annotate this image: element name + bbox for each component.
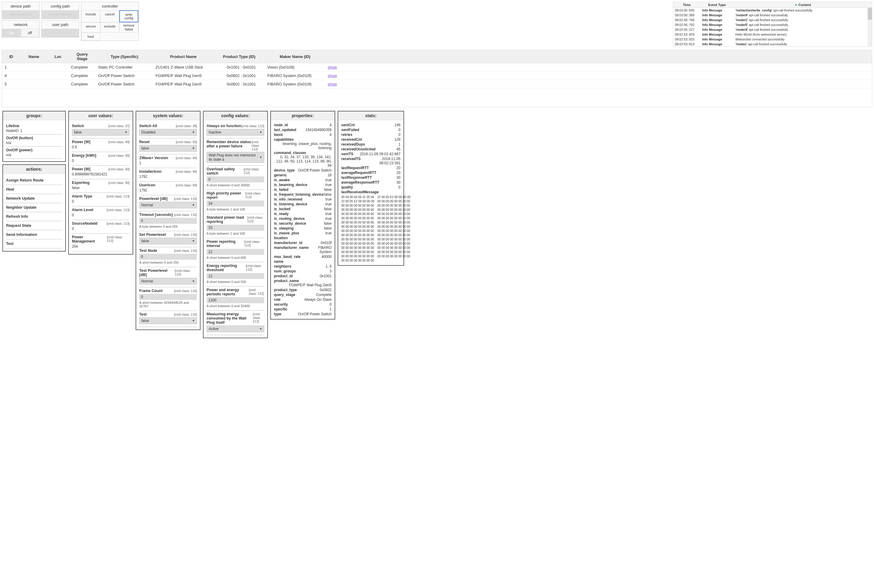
value-input[interactable]: 33 — [207, 225, 264, 231]
log-scrollbar[interactable] — [868, 8, 872, 46]
value-select[interactable]: Inactive▼ — [207, 129, 264, 136]
property-row: product_nameFGWPE/F Wall Plug Gen5 — [274, 279, 331, 288]
node-th-product[interactable]: Product Name — [153, 50, 213, 63]
node-th-type[interactable]: Type (Specific) — [96, 50, 153, 63]
property-row: is_awaketrue — [274, 178, 331, 182]
value-item: Power reporting interval[cmd class: 112]… — [207, 238, 264, 262]
include-button[interactable]: include — [81, 10, 100, 22]
stat-row: averageResponseRTT30 — [341, 180, 400, 185]
node-th-name[interactable]: Name — [20, 50, 47, 63]
stat-row: lastResponseRTT30 — [341, 175, 400, 180]
property-row: last_updated1541404980359 — [274, 128, 331, 132]
action-item[interactable]: Heal — [6, 185, 62, 194]
property-row: manufacturer_nameFIBARO System — [274, 245, 331, 254]
config-values-title: config values: — [204, 111, 267, 120]
value-input[interactable]: 0 — [139, 218, 197, 224]
value-item: Power Management[cmd class: 113]254 — [72, 234, 130, 252]
node-th-maker[interactable]: Maker Name (ID) — [265, 50, 325, 63]
network-on-button[interactable]: on — [2, 29, 21, 37]
node-th-id[interactable]: ID — [2, 50, 20, 63]
node-th-query[interactable]: Query Stage — [69, 50, 96, 63]
value-select[interactable]: Disabled▼ — [139, 129, 197, 136]
groups-title: groups: — [3, 111, 65, 120]
value-select[interactable]: Wall Plug does not memorize its state a▼ — [207, 152, 264, 163]
table-row[interactable]: 4CompleteOn/Off Power SwitchFGWPE/F Wall… — [2, 72, 872, 80]
stat-row: lastReceivedMessage — [341, 190, 400, 195]
remove-failed-button[interactable]: removefailed — [119, 22, 138, 33]
log-row: 09:02:53::925Info MessageWebsocket conne… — [673, 37, 872, 42]
value-input[interactable]: 34 — [207, 201, 264, 207]
config-values-card: config values: Always on function[cmd cl… — [203, 111, 268, 338]
value-select[interactable]: false▼ — [72, 129, 130, 136]
log-row: 09:02:55::227Info Message'/node/4' api-c… — [673, 27, 872, 32]
show-link[interactable]: show — [328, 74, 337, 78]
system-values-title: system values: — [136, 111, 200, 120]
value-input[interactable]: 12 — [207, 273, 264, 279]
value-input[interactable]: 0 — [139, 294, 197, 300]
system-values-card: system values: Switch All[cmd class: 39]… — [136, 111, 201, 330]
value-item: Powerlevel [dB][cmd class: 115]Normal▼ — [139, 195, 197, 212]
property-row: max_baud_rate40000 — [274, 254, 331, 259]
log-header-time[interactable]: Time — [673, 2, 700, 8]
show-link[interactable]: show — [328, 82, 337, 86]
property-row: location — [274, 236, 331, 240]
config-path-value[interactable]: /etc/openzwave — [42, 10, 79, 19]
property-row: security0 — [274, 302, 331, 307]
action-item[interactable]: Network Update — [6, 194, 62, 203]
stat-row: receivedDups1 — [341, 142, 400, 147]
value-item: Exporting[cmd class: 50]false — [72, 179, 130, 193]
value-input[interactable]: 0 — [207, 176, 264, 182]
value-select[interactable]: Normal▼ — [139, 202, 197, 208]
node-th-ptype[interactable]: Product Type (ID) — [213, 50, 265, 63]
value-item: Energy reporting threshold[cmd class: 11… — [207, 262, 264, 286]
property-row: is_listening_devicetrue — [274, 202, 331, 207]
action-item[interactable]: Request State — [6, 221, 62, 230]
secure-button[interactable]: secure — [81, 22, 100, 33]
node-th-loc[interactable]: Loc — [47, 50, 69, 63]
network-off-button[interactable]: off — [21, 29, 40, 37]
value-select[interactable]: Active▼ — [207, 326, 264, 332]
value-item: Standard power load reporting[cmd class:… — [207, 214, 264, 238]
log-header-content[interactable]: ▼ Content — [733, 2, 872, 8]
value-input[interactable]: 0 — [139, 254, 197, 260]
heal-button[interactable]: heal — [81, 33, 100, 40]
action-item[interactable]: Assign Return Route — [6, 176, 62, 185]
property-row: roleAlways On Slave — [274, 297, 331, 302]
user-path-value[interactable]: . — [42, 29, 79, 37]
property-row: query_stageComplete — [274, 292, 331, 297]
actions-card: actions: Assign Return RouteHealNetwork … — [2, 164, 66, 252]
device-path-value[interactable]: /dev/ttyACM0 — [2, 10, 39, 19]
action-item[interactable]: Test — [6, 240, 62, 249]
value-item: Overload safety switch[cmd class: 112]0A… — [207, 166, 264, 190]
log-header-event-type[interactable]: Event Type — [700, 2, 733, 8]
config-path-label: config path — [42, 2, 79, 10]
action-item[interactable]: Send Information — [6, 230, 62, 240]
value-item: Switch All[cmd class: 39]Disabled▼ — [139, 123, 197, 139]
group-item: On/Off (button)n/a — [6, 135, 62, 147]
properties-card: properties: node_id4last_updated15414049… — [270, 111, 335, 320]
group-item: LifelineNodeID: 1 — [6, 123, 62, 135]
action-item[interactable]: Refresh Info — [6, 212, 62, 221]
table-row[interactable]: 1CompleteStatic PC ControllerZU1401 Z-Wa… — [2, 63, 872, 72]
value-select[interactable]: false▼ — [139, 238, 197, 244]
write-config-button[interactable]: write config — [119, 10, 138, 22]
value-select[interactable]: false▼ — [139, 145, 197, 152]
value-item: UserIcon[cmd class: 94]1792 — [139, 182, 197, 195]
cancel-button[interactable]: cancel — [100, 10, 119, 22]
value-input[interactable]: 22 — [207, 249, 264, 255]
show-link[interactable]: show — [328, 65, 337, 69]
exclude-button[interactable]: exclude — [100, 22, 119, 33]
table-row[interactable]: 5CompleteOn/Off Power SwitchFGWPE/F Wall… — [2, 80, 872, 88]
value-input[interactable]: 1100 — [207, 297, 264, 303]
value-select[interactable]: Normal▼ — [139, 278, 197, 285]
value-select[interactable]: false▼ — [139, 317, 197, 324]
device-path-label: device path — [2, 2, 39, 10]
actions-title: actions: — [3, 165, 65, 174]
property-row: is_frequent_listening_devicefalse — [274, 192, 331, 197]
property-row: basic4 — [274, 132, 331, 137]
stat-row: averageRequestRTT20 — [341, 170, 400, 175]
property-row: device_typeOn/Off Power Switch — [274, 168, 331, 173]
stat-row: receivedUnsolicited45 — [341, 147, 400, 152]
action-item[interactable]: Neighbor Update — [6, 203, 62, 212]
property-row: name — [274, 259, 331, 264]
